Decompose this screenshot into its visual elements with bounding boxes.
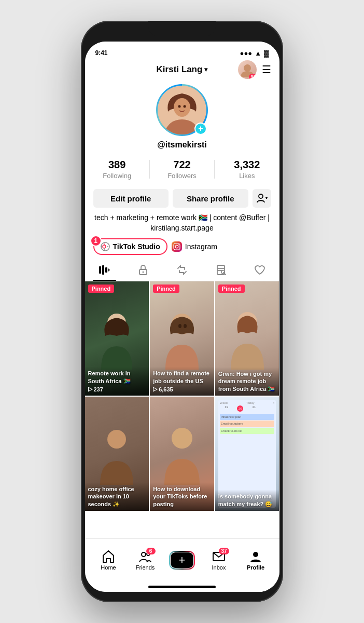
video-overlay-3: Grwn: How i got my dream remote job from… [215,367,279,396]
pinned-badge-2: Pinned [153,285,179,293]
header-username: Kirsti Lang [157,64,203,75]
video-item-2[interactable]: Pinned How to find a remotejob o [150,281,214,396]
svg-point-32 [178,324,181,328]
battery-icon: ▓ [264,49,269,57]
add-photo-button[interactable]: + [194,123,207,135]
video-title-6: Is somebody gonna match my freak? 😅 [218,493,276,508]
video-item-6[interactable]: WeekToday× 192021 Influencer plan Email … [215,397,279,511]
friends-badge: 6 [146,548,156,554]
tiktok-studio-button[interactable]: 1 TikTok Studio [93,238,167,255]
video-title-1: Remote work inSouth Africa 🇿🇦 [88,370,146,385]
tab-favorites[interactable] [202,259,241,281]
create-button[interactable]: + [169,551,195,570]
video-overlay-6: Is somebody gonna match my freak? 😅 [215,490,279,511]
svg-point-0 [244,64,251,72]
tab-liked[interactable] [241,259,279,281]
video-grid: Pinned Remote work inSouth Africa 🇿🇦 [85,281,279,511]
svg-rect-16 [174,243,180,250]
screen: 9:41 ●●● ▲ ▓ Kirsti Lang ▾ [85,42,279,592]
video-title-5: How to download your TikToks before post… [153,485,211,508]
video-title-3: Grwn: How i got my dream remote job from… [218,370,276,392]
stats-row: 389 Following 722 Followers 3,332 Likes [85,157,279,182]
tab-repost[interactable] [163,259,202,281]
instagram-icon [172,241,182,252]
svg-point-11 [103,245,106,248]
svg-marker-22 [108,268,110,272]
bio-text: tech + marketing + remote work 🇿🇦 | cont… [93,213,271,233]
video-item-3[interactable]: Pinned Grwn: How i got my dream remote j… [215,281,279,396]
pinned-badge-1: Pinned [88,285,115,293]
video-overlay-1: Remote work inSouth Africa 🇿🇦 ▷ 237 [85,367,149,396]
tiktok-studio-badge: 1 [90,235,102,247]
home-bar [148,586,216,588]
nav-home[interactable]: Home [90,550,127,571]
instagram-label: Instagram [185,242,217,251]
followers-stat[interactable]: 722 Followers [150,157,214,182]
notification-count: 99 [249,74,256,79]
nav-inbox[interactable]: 37 Inbox [201,550,237,571]
tabs-bar [85,259,279,281]
video-item-5[interactable]: How to download your TikToks before post… [150,397,214,511]
heart-tab-icon [254,264,265,276]
instagram-button[interactable]: Instagram [172,241,217,252]
play-icon-2: ▷ [153,386,157,392]
header-title-group[interactable]: Kirsti Lang ▾ [157,64,208,75]
svg-point-18 [178,245,179,246]
svg-point-33 [184,324,187,328]
phone-notch [148,21,216,36]
nav-create[interactable]: + [164,551,201,570]
svg-point-6 [184,105,186,108]
profile-label: Profile [247,564,264,571]
video-overlay-2: How to find a remotejob outside the US ▷… [150,367,214,396]
svg-rect-20 [102,265,104,275]
avatar-ring: + [156,84,208,136]
profile-content: + @itsmekirsti 389 Following 722 Followe… [85,79,279,538]
pinned-badge-3: Pinned [218,285,245,293]
tiktok-studio-label: TikTok Studio [113,242,160,251]
header-avatar[interactable]: 99 [238,60,257,79]
svg-point-4 [174,98,190,117]
tab-private[interactable] [124,259,163,281]
share-profile-button[interactable]: Share profile [173,189,248,208]
friends-label: Friends [136,564,155,571]
page-header: Kirsti Lang ▾ 99 ☰ [85,64,279,79]
home-indicator [85,581,279,592]
video-title-2: How to find a remotejob outside the US [153,370,211,385]
svg-point-7 [259,194,263,198]
following-label: Following [103,172,131,180]
following-stat[interactable]: 389 Following [85,157,149,182]
tab-videos[interactable] [85,259,124,281]
likes-count: 3,332 [234,159,260,171]
repost-tab-icon [176,264,188,276]
inbox-badge: 37 [219,548,229,554]
video-item-1[interactable]: Pinned Remote work inSouth Africa 🇿🇦 [85,281,149,396]
tiktok-studio-icon [101,242,110,251]
hamburger-menu-icon[interactable]: ☰ [262,63,271,76]
followers-count: 722 [173,159,190,171]
edit-profile-button[interactable]: Edit profile [93,189,169,208]
likes-stat[interactable]: 3,332 Likes [215,157,279,182]
chevron-down-icon: ▾ [204,66,207,73]
nav-friends[interactable]: 6 Friends [127,550,164,571]
nav-profile[interactable]: Profile [237,550,274,571]
add-person-icon [256,193,268,204]
lock-tab-icon [137,264,149,276]
svg-point-5 [178,105,181,108]
video-plays-1: ▷ 237 [88,386,146,392]
followers-label: Followers [167,172,197,180]
svg-point-40 [253,552,258,557]
avatar-section: + @itsmekirsti [85,79,279,150]
bio-section: tech + marketing + remote work 🇿🇦 | cont… [85,211,279,235]
add-friend-button[interactable] [253,189,271,208]
video-item-4[interactable]: cozy home office makeover in 10 seconds … [85,397,149,511]
action-buttons-row: Edit profile Share profile [85,186,279,211]
status-icons: ●●● ▲ ▓ [240,49,269,57]
phone-frame: 9:41 ●●● ▲ ▓ Kirsti Lang ▾ [81,21,283,602]
svg-rect-19 [99,266,101,274]
video-overlay-4: cozy home office makeover in 10 seconds … [85,482,149,511]
header-actions: 99 ☰ [238,60,271,79]
profile-icon [249,550,262,563]
video-overlay-5: How to download your TikToks before post… [150,482,214,511]
bottom-navigation: Home 6 Friends + [85,538,279,581]
inbox-label: Inbox [212,564,226,571]
